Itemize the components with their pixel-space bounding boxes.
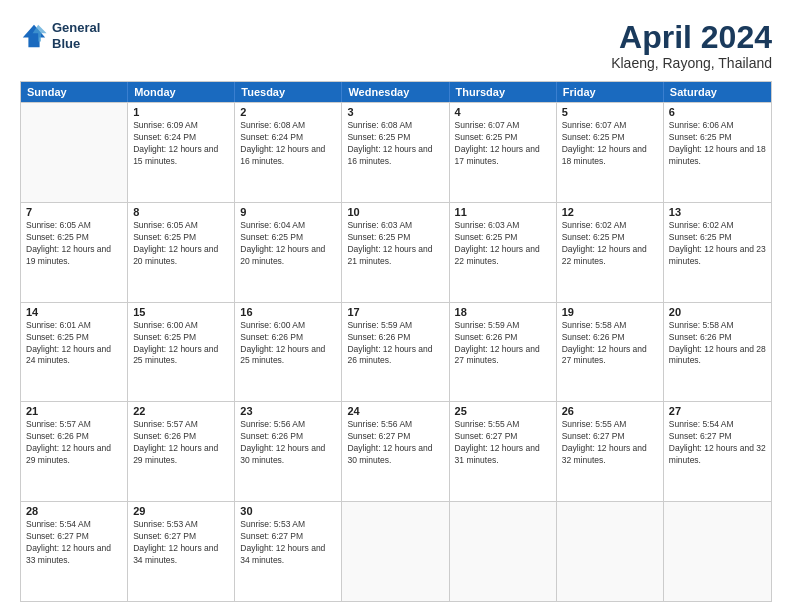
day-cell-16: 16Sunrise: 6:00 AM Sunset: 6:26 PM Dayli… [235,303,342,402]
day-info: Sunrise: 6:08 AM Sunset: 6:25 PM Dayligh… [347,120,443,168]
logo-line2: Blue [52,36,100,52]
month-title: April 2024 [611,20,772,55]
day-info: Sunrise: 6:03 AM Sunset: 6:25 PM Dayligh… [347,220,443,268]
day-info: Sunrise: 5:54 AM Sunset: 6:27 PM Dayligh… [26,519,122,567]
day-number: 1 [133,106,229,118]
day-header-tuesday: Tuesday [235,82,342,102]
day-cell-15: 15Sunrise: 6:00 AM Sunset: 6:25 PM Dayli… [128,303,235,402]
day-number: 12 [562,206,658,218]
day-info: Sunrise: 6:00 AM Sunset: 6:25 PM Dayligh… [133,320,229,368]
page: General Blue April 2024 Klaeng, Rayong, … [0,0,792,612]
day-header-saturday: Saturday [664,82,771,102]
day-number: 8 [133,206,229,218]
day-header-thursday: Thursday [450,82,557,102]
day-cell-5: 5Sunrise: 6:07 AM Sunset: 6:25 PM Daylig… [557,103,664,202]
day-info: Sunrise: 6:05 AM Sunset: 6:25 PM Dayligh… [133,220,229,268]
day-number: 15 [133,306,229,318]
logo-icon [20,22,48,50]
day-info: Sunrise: 6:03 AM Sunset: 6:25 PM Dayligh… [455,220,551,268]
day-number: 28 [26,505,122,517]
day-info: Sunrise: 5:55 AM Sunset: 6:27 PM Dayligh… [455,419,551,467]
day-info: Sunrise: 6:09 AM Sunset: 6:24 PM Dayligh… [133,120,229,168]
day-info: Sunrise: 5:53 AM Sunset: 6:27 PM Dayligh… [240,519,336,567]
day-info: Sunrise: 5:59 AM Sunset: 6:26 PM Dayligh… [347,320,443,368]
day-cell-3: 3Sunrise: 6:08 AM Sunset: 6:25 PM Daylig… [342,103,449,202]
day-cell-10: 10Sunrise: 6:03 AM Sunset: 6:25 PM Dayli… [342,203,449,302]
day-cell-12: 12Sunrise: 6:02 AM Sunset: 6:25 PM Dayli… [557,203,664,302]
empty-cell [21,103,128,202]
day-number: 23 [240,405,336,417]
day-number: 20 [669,306,766,318]
title-block: April 2024 Klaeng, Rayong, Thailand [611,20,772,71]
calendar-row-5: 28Sunrise: 5:54 AM Sunset: 6:27 PM Dayli… [21,501,771,601]
day-info: Sunrise: 5:58 AM Sunset: 6:26 PM Dayligh… [669,320,766,368]
day-number: 3 [347,106,443,118]
day-info: Sunrise: 6:01 AM Sunset: 6:25 PM Dayligh… [26,320,122,368]
day-cell-9: 9Sunrise: 6:04 AM Sunset: 6:25 PM Daylig… [235,203,342,302]
day-number: 5 [562,106,658,118]
day-cell-1: 1Sunrise: 6:09 AM Sunset: 6:24 PM Daylig… [128,103,235,202]
day-header-sunday: Sunday [21,82,128,102]
calendar-row-3: 14Sunrise: 6:01 AM Sunset: 6:25 PM Dayli… [21,302,771,402]
day-info: Sunrise: 5:57 AM Sunset: 6:26 PM Dayligh… [26,419,122,467]
day-info: Sunrise: 5:59 AM Sunset: 6:26 PM Dayligh… [455,320,551,368]
day-number: 10 [347,206,443,218]
logo-text: General Blue [52,20,100,51]
logo: General Blue [20,20,100,51]
day-cell-19: 19Sunrise: 5:58 AM Sunset: 6:26 PM Dayli… [557,303,664,402]
day-cell-28: 28Sunrise: 5:54 AM Sunset: 6:27 PM Dayli… [21,502,128,601]
empty-cell [450,502,557,601]
day-number: 18 [455,306,551,318]
day-info: Sunrise: 5:58 AM Sunset: 6:26 PM Dayligh… [562,320,658,368]
day-number: 14 [26,306,122,318]
day-cell-27: 27Sunrise: 5:54 AM Sunset: 6:27 PM Dayli… [664,402,771,501]
day-cell-7: 7Sunrise: 6:05 AM Sunset: 6:25 PM Daylig… [21,203,128,302]
logo-line1: General [52,20,100,36]
day-info: Sunrise: 5:56 AM Sunset: 6:27 PM Dayligh… [347,419,443,467]
day-number: 2 [240,106,336,118]
day-number: 17 [347,306,443,318]
location: Klaeng, Rayong, Thailand [611,55,772,71]
empty-cell [557,502,664,601]
day-info: Sunrise: 5:57 AM Sunset: 6:26 PM Dayligh… [133,419,229,467]
day-info: Sunrise: 6:05 AM Sunset: 6:25 PM Dayligh… [26,220,122,268]
day-cell-20: 20Sunrise: 5:58 AM Sunset: 6:26 PM Dayli… [664,303,771,402]
day-info: Sunrise: 6:02 AM Sunset: 6:25 PM Dayligh… [562,220,658,268]
calendar-header: SundayMondayTuesdayWednesdayThursdayFrid… [21,82,771,102]
day-number: 9 [240,206,336,218]
calendar: SundayMondayTuesdayWednesdayThursdayFrid… [20,81,772,602]
day-info: Sunrise: 6:08 AM Sunset: 6:24 PM Dayligh… [240,120,336,168]
day-number: 7 [26,206,122,218]
day-cell-23: 23Sunrise: 5:56 AM Sunset: 6:26 PM Dayli… [235,402,342,501]
empty-cell [664,502,771,601]
day-cell-29: 29Sunrise: 5:53 AM Sunset: 6:27 PM Dayli… [128,502,235,601]
day-info: Sunrise: 6:00 AM Sunset: 6:26 PM Dayligh… [240,320,336,368]
day-cell-24: 24Sunrise: 5:56 AM Sunset: 6:27 PM Dayli… [342,402,449,501]
day-info: Sunrise: 5:54 AM Sunset: 6:27 PM Dayligh… [669,419,766,467]
day-number: 11 [455,206,551,218]
day-info: Sunrise: 6:02 AM Sunset: 6:25 PM Dayligh… [669,220,766,268]
day-info: Sunrise: 6:06 AM Sunset: 6:25 PM Dayligh… [669,120,766,168]
day-info: Sunrise: 6:07 AM Sunset: 6:25 PM Dayligh… [455,120,551,168]
day-cell-14: 14Sunrise: 6:01 AM Sunset: 6:25 PM Dayli… [21,303,128,402]
day-cell-22: 22Sunrise: 5:57 AM Sunset: 6:26 PM Dayli… [128,402,235,501]
calendar-body: 1Sunrise: 6:09 AM Sunset: 6:24 PM Daylig… [21,102,771,601]
day-cell-25: 25Sunrise: 5:55 AM Sunset: 6:27 PM Dayli… [450,402,557,501]
day-number: 13 [669,206,766,218]
day-cell-30: 30Sunrise: 5:53 AM Sunset: 6:27 PM Dayli… [235,502,342,601]
day-info: Sunrise: 6:07 AM Sunset: 6:25 PM Dayligh… [562,120,658,168]
day-info: Sunrise: 5:56 AM Sunset: 6:26 PM Dayligh… [240,419,336,467]
day-number: 26 [562,405,658,417]
day-cell-11: 11Sunrise: 6:03 AM Sunset: 6:25 PM Dayli… [450,203,557,302]
day-number: 29 [133,505,229,517]
day-info: Sunrise: 6:04 AM Sunset: 6:25 PM Dayligh… [240,220,336,268]
day-number: 22 [133,405,229,417]
calendar-row-2: 7Sunrise: 6:05 AM Sunset: 6:25 PM Daylig… [21,202,771,302]
day-cell-6: 6Sunrise: 6:06 AM Sunset: 6:25 PM Daylig… [664,103,771,202]
day-header-friday: Friday [557,82,664,102]
day-number: 30 [240,505,336,517]
day-cell-21: 21Sunrise: 5:57 AM Sunset: 6:26 PM Dayli… [21,402,128,501]
day-cell-26: 26Sunrise: 5:55 AM Sunset: 6:27 PM Dayli… [557,402,664,501]
day-info: Sunrise: 5:55 AM Sunset: 6:27 PM Dayligh… [562,419,658,467]
day-cell-18: 18Sunrise: 5:59 AM Sunset: 6:26 PM Dayli… [450,303,557,402]
